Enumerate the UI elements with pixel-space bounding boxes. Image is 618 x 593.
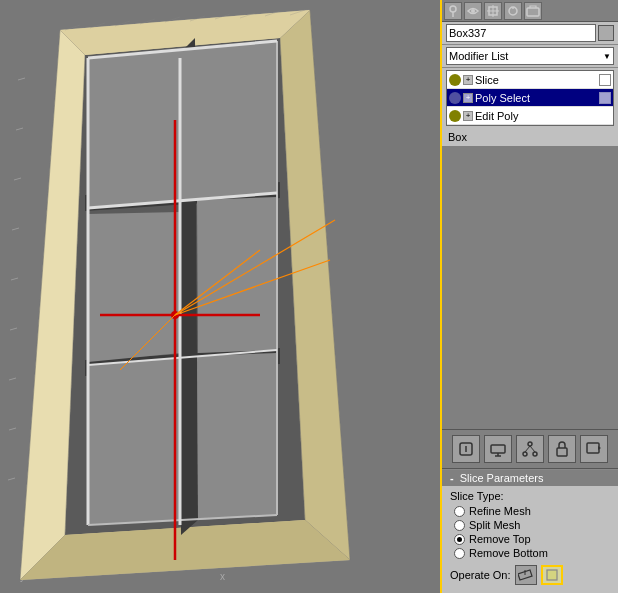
- svg-point-65: [523, 452, 527, 456]
- svg-marker-14: [197, 197, 277, 353]
- svg-rect-58: [527, 8, 539, 16]
- toolbar-btn-4[interactable]: [504, 2, 522, 20]
- modifier-list-dropdown[interactable]: Modifier List ▼: [446, 47, 614, 65]
- modifier-item-edit-poly[interactable]: + Edit Poly: [447, 107, 613, 125]
- radio-split-mesh[interactable]: Split Mesh: [454, 519, 610, 531]
- object-name-row: [442, 22, 618, 45]
- radio-remove-bottom[interactable]: Remove Bottom: [454, 547, 610, 559]
- svg-rect-70: [587, 443, 599, 453]
- modifier-expand-poly-select[interactable]: +: [463, 93, 473, 103]
- svg-rect-69: [557, 448, 567, 456]
- modifier-icon-poly-select: [449, 92, 461, 104]
- modifier-list-row: Modifier List ▼: [442, 45, 618, 68]
- 3d-viewport[interactable]: y x: [0, 0, 440, 593]
- operate-btn-plane[interactable]: [515, 565, 537, 585]
- toolbar-btn-5[interactable]: [524, 2, 542, 20]
- modifier-checkbox-poly-select[interactable]: [599, 92, 611, 104]
- slice-params-header: - Slice Parameters: [442, 470, 618, 486]
- right-panel: Modifier List ▼ + Slice + Poly Select + …: [440, 0, 618, 593]
- dropdown-arrow-icon: ▼: [603, 52, 611, 61]
- mid-toolbar: [442, 429, 618, 469]
- modifier-item-poly-select[interactable]: + Poly Select: [447, 89, 613, 107]
- object-name-input[interactable]: [446, 24, 596, 42]
- slice-params-content: Slice Type: Refine Mesh Split Mesh Remov…: [442, 486, 618, 589]
- svg-text:x: x: [220, 571, 225, 582]
- svg-point-66: [533, 452, 537, 456]
- svg-marker-15: [88, 358, 181, 525]
- radio-btn-split[interactable]: [454, 520, 465, 531]
- svg-marker-16: [197, 353, 277, 520]
- slice-params-panel: - Slice Parameters Slice Type: Refine Me…: [442, 469, 618, 593]
- object-color-swatch[interactable]: [598, 25, 614, 41]
- svg-rect-61: [491, 445, 505, 453]
- mid-btn-pin[interactable]: [452, 435, 480, 463]
- modifier-checkbox-slice[interactable]: [599, 74, 611, 86]
- modifier-expand-edit-poly[interactable]: +: [463, 111, 473, 121]
- slice-type-radio-group: Refine Mesh Split Mesh Remove Top Remove…: [454, 505, 610, 559]
- modifier-item-slice[interactable]: + Slice: [447, 71, 613, 89]
- modifier-icon-edit-poly: [449, 110, 461, 122]
- radio-refine-mesh[interactable]: Refine Mesh: [454, 505, 610, 517]
- toolbar-btn-2[interactable]: [464, 2, 482, 20]
- toolbar-btn-1[interactable]: [444, 2, 462, 20]
- radio-btn-refine[interactable]: [454, 506, 465, 517]
- modifier-expand-slice[interactable]: +: [463, 75, 473, 85]
- svg-marker-13: [88, 212, 181, 362]
- mid-btn-display[interactable]: [484, 435, 512, 463]
- operate-btn-square[interactable]: [541, 565, 563, 585]
- modifier-icon-slice: [449, 74, 461, 86]
- mid-btn-hierarchy[interactable]: [516, 435, 544, 463]
- svg-point-64: [528, 442, 532, 446]
- radio-btn-remove-top[interactable]: [454, 534, 465, 545]
- radio-remove-top[interactable]: Remove Top: [454, 533, 610, 545]
- toolbar-btn-3[interactable]: [484, 2, 502, 20]
- svg-marker-12: [88, 41, 277, 208]
- modifier-stack: + Slice + Poly Select + Edit Poly: [446, 70, 614, 126]
- svg-line-67: [525, 446, 530, 452]
- radio-btn-remove-bottom[interactable]: [454, 548, 465, 559]
- collapse-icon[interactable]: -: [450, 472, 454, 484]
- top-toolbar: [442, 0, 618, 22]
- svg-line-68: [530, 446, 535, 452]
- svg-rect-74: [547, 570, 557, 580]
- mid-btn-render[interactable]: [580, 435, 608, 463]
- operate-on-row: Operate On:: [450, 565, 610, 585]
- base-object-box[interactable]: Box: [442, 128, 618, 146]
- panel-spacer: [442, 146, 618, 429]
- svg-point-50: [450, 6, 456, 12]
- mid-btn-lock[interactable]: [548, 435, 576, 463]
- svg-point-52: [471, 9, 475, 13]
- slice-type-label: Slice Type:: [450, 490, 610, 502]
